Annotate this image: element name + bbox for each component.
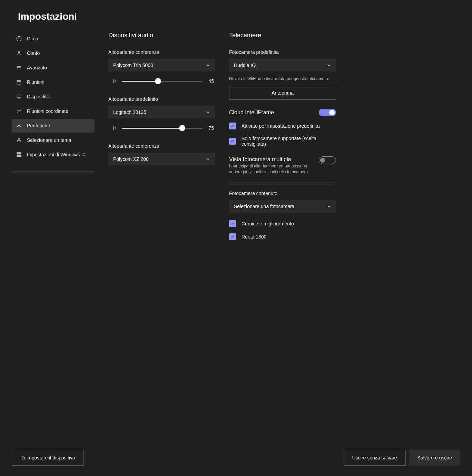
- sidebar-item-peripherals[interactable]: Periferiche: [12, 119, 95, 133]
- footer: Reimpostare il dispositivo Uscire senza …: [12, 450, 460, 466]
- sidebar-item-windows[interactable]: Impostazioni di Windows: [12, 148, 95, 162]
- svg-rect-21: [17, 152, 19, 154]
- conf-speaker2-label: Altoparlante conferenza: [108, 143, 215, 149]
- sidebar-item-about[interactable]: Circa: [12, 32, 95, 46]
- sidebar-item-device[interactable]: Dispositivo: [12, 90, 95, 104]
- intelli-note: Nuvola IntelliFrame disabilitato per que…: [229, 76, 336, 81]
- default-speaker-label: Altoparlante predefinito: [108, 96, 215, 102]
- play-icon[interactable]: [112, 78, 117, 84]
- default-speaker-value: Logitech 20135: [113, 109, 146, 115]
- chevron-down-icon: [206, 157, 210, 162]
- svg-point-3: [18, 51, 20, 53]
- svg-rect-16: [17, 95, 21, 98]
- sidebar-item-label: Selezionare un tema: [27, 137, 71, 143]
- chevron-down-icon: [326, 63, 331, 68]
- checkbox-supported-only[interactable]: [229, 138, 236, 145]
- sidebar-item-label: Avanzato: [27, 65, 47, 70]
- default-speaker-dropdown[interactable]: Logitech 20135: [108, 106, 215, 118]
- sidebar-item-label: Conto: [27, 50, 40, 56]
- default-camera-label: Fotocamera predefinita: [229, 49, 336, 55]
- chevron-down-icon: [206, 110, 210, 115]
- usb-icon: [16, 123, 22, 129]
- audio-title: Dispositivi audio: [108, 32, 215, 39]
- content-camera-dropdown[interactable]: Selezionare una fotocamera: [229, 200, 336, 213]
- sidebar-item-account[interactable]: Conto: [12, 46, 95, 60]
- cloud-intelli-toggle[interactable]: [319, 109, 336, 116]
- sidebar-divider: [12, 171, 95, 172]
- windows-icon: [16, 152, 22, 158]
- conf-speaker-slider[interactable]: [122, 81, 202, 82]
- conf-speaker-dropdown[interactable]: Polycom Trio 5000: [108, 59, 215, 71]
- svg-rect-22: [19, 152, 21, 154]
- reset-device-button[interactable]: Reimpostare il dispositivo: [12, 450, 84, 466]
- default-speaker-volume-row: 75: [108, 125, 215, 131]
- conf-speaker-volume-row: 45: [108, 78, 215, 84]
- checkbox-default-on-label: Attivato per impostazione predefinita: [242, 123, 319, 129]
- person-icon: [16, 50, 22, 56]
- checkbox-rotate-label: Ruota 1800: [242, 234, 266, 240]
- conf-speaker2-dropdown[interactable]: Polycom XZ 200: [108, 153, 215, 165]
- sidebar-item-advanced[interactable]: Avanzato: [12, 61, 95, 75]
- sidebar-item-label: Riunioni coordinate: [27, 108, 68, 114]
- checkbox-default-on[interactable]: [229, 123, 236, 129]
- cameras-title: Telecamere: [229, 32, 336, 39]
- info-icon: [16, 36, 22, 42]
- conf-speaker-label: Altoparlante conferenza: [108, 49, 215, 55]
- sidebar-item-theme[interactable]: Selezionare un tema: [12, 133, 95, 147]
- swap-icon: [16, 108, 22, 114]
- divider: [229, 183, 336, 183]
- page-title: Impostazioni: [18, 11, 460, 22]
- save-and-exit-button[interactable]: Salvare e uscire: [409, 450, 460, 466]
- conf-speaker-value: Polycom Trio 5000: [113, 62, 153, 68]
- multi-view-title: Vista fotocamera multipla: [229, 156, 319, 163]
- sidebar-item-meetings[interactable]: Riunioni: [12, 75, 95, 89]
- list-icon: [16, 65, 22, 71]
- checkbox-frame-enhance[interactable]: [229, 220, 236, 227]
- external-link-icon: [82, 153, 86, 156]
- svg-point-18: [17, 125, 19, 127]
- default-camera-dropdown[interactable]: Huddle IQ: [229, 59, 336, 71]
- svg-point-6: [17, 67, 18, 68]
- sidebar-item-coord-meetings[interactable]: Riunioni coordinate: [12, 104, 95, 118]
- default-camera-value: Huddle IQ: [234, 62, 256, 68]
- play-icon[interactable]: [112, 125, 117, 131]
- cloud-intelli-title: Cloud IntelliFrame: [229, 109, 274, 116]
- sidebar: Circa Conto Avanzato: [12, 32, 95, 240]
- theme-icon: [16, 137, 22, 143]
- svg-point-2: [19, 38, 19, 38]
- calendar-icon: [16, 79, 22, 85]
- default-speaker-volume-value: 75: [207, 125, 214, 131]
- svg-rect-24: [19, 155, 21, 157]
- sidebar-item-label: Impostazioni di Windows: [27, 152, 80, 157]
- chevron-down-icon: [326, 204, 331, 209]
- sidebar-item-label: Dispositivo: [27, 94, 50, 99]
- checkbox-supported-only-label: Solo fotocamere supportate (scelta consi…: [242, 136, 336, 147]
- multi-view-desc: I partecipanti alla riunione remota poss…: [229, 163, 319, 175]
- audio-column: Dispositivi audio Altoparlante conferenz…: [108, 32, 215, 240]
- sidebar-item-label: Circa: [27, 36, 38, 41]
- conf-speaker-volume-value: 45: [207, 78, 214, 84]
- content-camera-label: Fotocamera contenuto: [229, 191, 336, 196]
- chevron-down-icon: [206, 63, 210, 68]
- content-camera-value: Selezionare una fotocamera: [234, 204, 294, 209]
- svg-point-4: [17, 66, 18, 67]
- checkbox-rotate[interactable]: [229, 233, 236, 240]
- multi-view-toggle[interactable]: [319, 156, 336, 164]
- monitor-icon: [16, 94, 22, 100]
- svg-point-19: [20, 125, 21, 127]
- cameras-column: Telecamere Fotocamera predefinita Huddle…: [229, 32, 336, 240]
- exit-without-saving-button[interactable]: Uscire senza salvare: [344, 450, 406, 466]
- svg-rect-23: [17, 155, 19, 157]
- default-speaker-slider[interactable]: [122, 128, 202, 129]
- preview-button[interactable]: Anteprima: [229, 86, 336, 100]
- checkbox-frame-enhance-label: Cornice e miglioramento: [242, 221, 294, 226]
- conf-speaker2-value: Polycom XZ 200: [113, 156, 149, 162]
- sidebar-item-label: Riunioni: [27, 79, 45, 85]
- svg-point-8: [17, 69, 18, 69]
- sidebar-item-label: Periferiche: [27, 123, 50, 128]
